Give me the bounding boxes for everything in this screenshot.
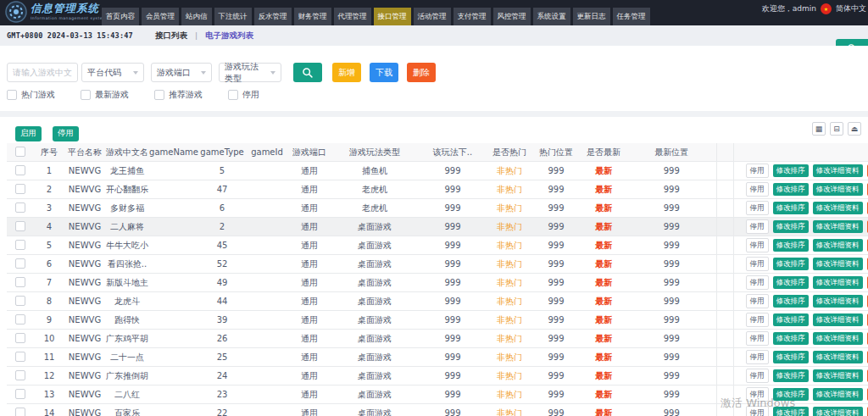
row-action-edit[interactable]: 修改详细资料 xyxy=(813,332,863,344)
play-type-select[interactable]: 游戏玩法类型 xyxy=(219,63,281,82)
row-action-disable[interactable]: 停用 xyxy=(746,350,769,363)
enable-button[interactable]: 启用 xyxy=(15,126,42,141)
row-action-disable[interactable]: 停用 xyxy=(746,387,769,401)
row-action-disable[interactable]: 停用 xyxy=(746,238,769,252)
search-button[interactable] xyxy=(293,63,322,82)
row-action-disable[interactable]: 停用 xyxy=(746,331,769,345)
row-action-disable[interactable]: 停用 xyxy=(746,313,769,326)
nav-item[interactable]: 首页内容 xyxy=(102,8,139,25)
nav-item[interactable]: 任务管理 xyxy=(613,8,650,25)
row-action-sort[interactable]: 修改排序 xyxy=(773,183,809,195)
row-action-edit[interactable]: 修改详细资料 xyxy=(813,295,863,307)
export-icon-button[interactable]: ⏏ xyxy=(848,122,861,136)
row-action-edit[interactable]: 修改详细资料 xyxy=(813,258,863,269)
platform-code-select[interactable]: 平台代码 xyxy=(81,63,144,82)
nav-item[interactable]: 系统设置 xyxy=(533,8,570,25)
row-checkbox[interactable] xyxy=(15,184,25,194)
row-action-sort[interactable]: 修改排序 xyxy=(773,407,809,416)
nav-item[interactable]: 接口管理 xyxy=(374,8,411,25)
filter-checkbox[interactable]: 最新游戏 xyxy=(81,89,129,101)
language-label[interactable]: 简体中文 xyxy=(836,3,866,14)
cell-hot_pos: 999 xyxy=(532,404,580,416)
row-action-edit[interactable]: 修改详细资料 xyxy=(813,276,863,288)
row-action-edit[interactable]: 修改详细资料 xyxy=(813,388,863,400)
cell-name: 开心翻翻乐 xyxy=(105,180,149,199)
row-action-disable[interactable]: 停用 xyxy=(746,275,769,289)
tab-electronic-game-list[interactable]: 电子游戏列表 xyxy=(205,31,253,42)
disable-button[interactable]: 停用 xyxy=(53,126,79,141)
download-button[interactable]: 下载 xyxy=(370,63,398,82)
nav-item[interactable]: 站内信 xyxy=(181,8,212,25)
row-checkbox[interactable] xyxy=(15,408,25,416)
row-checkbox[interactable] xyxy=(15,389,25,399)
row-action-sort[interactable]: 修改排序 xyxy=(773,276,809,288)
columns-icon-button[interactable]: ▦ xyxy=(812,122,826,136)
row-action-disable[interactable]: 停用 xyxy=(746,406,769,416)
row-action-edit[interactable]: 修改详细资料 xyxy=(813,220,863,232)
row-action-sort[interactable]: 修改排序 xyxy=(773,239,809,251)
row-action-disable[interactable]: 停用 xyxy=(746,182,769,196)
cell-port: 通用 xyxy=(288,274,331,292)
row-checkbox[interactable] xyxy=(15,352,25,362)
row-checkbox[interactable] xyxy=(15,258,25,269)
nav-item[interactable]: 下注统计 xyxy=(214,8,252,25)
nav-item[interactable]: 活动管理 xyxy=(414,8,451,25)
nav-item[interactable]: 反水管理 xyxy=(254,8,292,25)
row-checkbox[interactable] xyxy=(15,370,25,380)
row-checkbox[interactable] xyxy=(15,221,25,231)
add-button[interactable]: 新增 xyxy=(332,63,361,82)
filter-checkbox[interactable]: 热门游戏 xyxy=(7,89,55,101)
checkbox-icon[interactable] xyxy=(228,90,238,100)
row-action-disable[interactable]: 停用 xyxy=(746,294,769,308)
row-action-sort[interactable]: 修改排序 xyxy=(773,313,809,325)
row-checkbox[interactable] xyxy=(15,240,25,250)
delete-button[interactable]: 删除 xyxy=(407,63,436,82)
game-name-input[interactable] xyxy=(7,63,78,82)
row-action-sort[interactable]: 修改排序 xyxy=(773,202,809,214)
row-action-sort[interactable]: 修改排序 xyxy=(773,332,809,344)
row-action-disable[interactable]: 停用 xyxy=(746,164,769,177)
row-action-sort[interactable]: 修改排序 xyxy=(773,164,809,176)
row-action-sort[interactable]: 修改排序 xyxy=(773,295,809,307)
filter-checkbox[interactable]: 停用 xyxy=(228,89,259,101)
row-action-edit[interactable]: 修改详细资料 xyxy=(813,369,863,381)
cell-game_name xyxy=(149,367,198,385)
cell-play_type: 桌面游戏 xyxy=(331,404,419,416)
row-action-edit[interactable]: 修改详细资料 xyxy=(813,351,863,363)
row-action-sort[interactable]: 修改排序 xyxy=(773,369,809,381)
filter-checkbox[interactable]: 推荐游戏 xyxy=(154,89,203,101)
row-checkbox[interactable] xyxy=(15,277,25,287)
row-action-sort[interactable]: 修改排序 xyxy=(773,258,809,269)
checkbox-icon[interactable] xyxy=(154,90,164,100)
row-action-edit[interactable]: 修改详细资料 xyxy=(813,239,863,251)
nav-item[interactable]: 更新日志 xyxy=(573,8,610,25)
game-port-select[interactable]: 游戏端口 xyxy=(151,63,212,82)
row-checkbox[interactable] xyxy=(15,165,25,175)
nav-item[interactable]: 会员管理 xyxy=(142,8,179,25)
row-action-disable[interactable]: 停用 xyxy=(746,369,769,382)
row-action-sort[interactable]: 修改排序 xyxy=(773,220,809,232)
row-action-edit[interactable]: 修改详细资料 xyxy=(813,202,863,214)
nav-item[interactable]: 财务管理 xyxy=(294,8,331,25)
row-action-disable[interactable]: 停用 xyxy=(746,219,769,233)
nav-item[interactable]: 风控管理 xyxy=(493,8,531,25)
row-action-edit[interactable]: 修改详细资料 xyxy=(813,313,863,325)
checkbox-icon[interactable] xyxy=(7,90,17,100)
nav-item[interactable]: 支付管理 xyxy=(453,8,491,25)
row-action-edit[interactable]: 修改详细资料 xyxy=(813,407,863,416)
row-action-disable[interactable]: 停用 xyxy=(746,257,769,270)
row-checkbox[interactable] xyxy=(15,296,25,306)
tab-interface-list[interactable]: 接口列表 xyxy=(155,31,187,42)
row-action-edit[interactable]: 修改详细资料 xyxy=(813,164,863,176)
row-action-sort[interactable]: 修改排序 xyxy=(773,351,809,363)
row-checkbox[interactable] xyxy=(15,333,25,343)
row-action-disable[interactable]: 停用 xyxy=(746,201,769,214)
nav-item[interactable]: 代理管理 xyxy=(334,8,371,25)
row-action-sort[interactable]: 修改排序 xyxy=(773,388,809,400)
row-checkbox[interactable] xyxy=(15,314,25,324)
print-icon-button[interactable]: ⊟ xyxy=(830,122,843,136)
row-action-edit[interactable]: 修改详细资料 xyxy=(813,183,863,195)
row-checkbox[interactable] xyxy=(15,202,25,213)
select-all-checkbox[interactable] xyxy=(15,147,25,157)
checkbox-icon[interactable] xyxy=(81,90,91,100)
